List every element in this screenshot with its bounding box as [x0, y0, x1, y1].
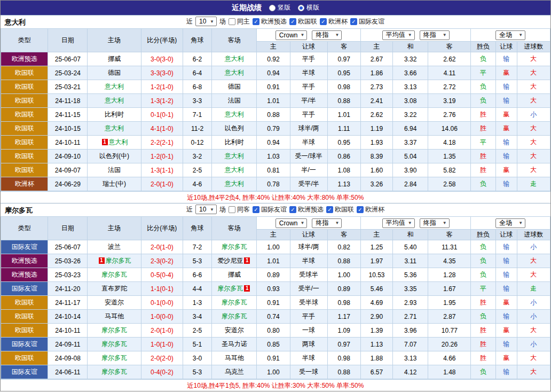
checkbox-icon[interactable]: ✓	[320, 18, 327, 25]
odds-company-select[interactable]: Crown▼	[276, 30, 308, 40]
checkbox-icon[interactable]: ✓	[357, 206, 364, 213]
away-team-name[interactable]: 圣马力诺	[222, 340, 247, 348]
match-score[interactable]: 1-2(0-1)	[141, 150, 183, 163]
away-team-name[interactable]: 德国	[228, 83, 241, 90]
goals-result-cell: 小	[517, 240, 550, 254]
scope-select[interactable]: 全场▼	[495, 30, 525, 40]
away-team-name[interactable]: 意大利	[225, 69, 244, 76]
layout-option-horizontal[interactable]: 横版	[298, 3, 319, 12]
avg-draw-odds: 4.12	[393, 365, 428, 379]
match-score[interactable]: 1-0(1-0)	[141, 338, 183, 351]
match-score[interactable]: 0-1(0-0)	[141, 296, 183, 310]
away-team-name[interactable]: 摩尔多瓦	[222, 243, 247, 250]
checkbox-icon[interactable]: ✓	[326, 206, 333, 213]
away-team-name[interactable]: 意大利	[225, 152, 244, 160]
radio-icon-vertical[interactable]	[269, 5, 276, 11]
home-team-name[interactable]: 波兰	[108, 243, 121, 250]
match-score[interactable]: 3-0(3-0)	[141, 52, 183, 66]
away-team-name[interactable]: 摩尔多瓦	[217, 285, 243, 292]
competition-filter[interactable]: ✓国际友谊	[350, 17, 384, 26]
home-team-name[interactable]: 摩尔多瓦	[101, 340, 127, 348]
match-score[interactable]: 1-3(1-1)	[141, 163, 183, 177]
match-score[interactable]: 0-4(0-2)	[141, 365, 183, 379]
checkbox-icon[interactable]	[229, 18, 235, 25]
home-team-cell: 1意大利	[88, 136, 141, 150]
match-score[interactable]: 1-1(0-1)	[141, 282, 183, 296]
competition-filter[interactable]: ✓欧洲杯	[320, 17, 348, 26]
odds-time-select[interactable]: 终指▼	[312, 30, 342, 40]
home-team-name[interactable]: 意大利	[105, 83, 124, 90]
checkbox-icon[interactable]	[229, 206, 235, 213]
match-score[interactable]: 1-3(1-2)	[141, 94, 183, 108]
match-score[interactable]: 2-3(0-2)	[141, 254, 183, 268]
away-team-name[interactable]: 摩尔多瓦	[222, 312, 247, 320]
checkbox-icon[interactable]: ✓	[253, 206, 259, 213]
away-team-name[interactable]: 乌克兰	[225, 368, 244, 375]
home-team-name[interactable]: 意大利	[105, 97, 124, 104]
radio-icon-horizontal[interactable]	[298, 5, 304, 11]
same-venue-filter[interactable]: 同客	[229, 205, 250, 214]
away-team-name[interactable]: 以色列	[225, 124, 244, 132]
layout-option-vertical[interactable]: 竖版	[269, 3, 290, 12]
away-team-name[interactable]: 意大利	[225, 180, 244, 187]
competition-filter[interactable]: ✓欧洲杯	[357, 205, 384, 214]
home-team-name[interactable]: 摩尔多瓦	[106, 257, 131, 264]
competition-filter[interactable]: ✓欧国联	[289, 17, 317, 26]
match-score[interactable]: 1-0(0-0)	[141, 310, 183, 324]
home-team-name[interactable]: 摩尔多瓦	[101, 354, 127, 362]
home-team-name[interactable]: 摩尔多瓦	[101, 271, 127, 278]
checkbox-icon[interactable]: ✓	[350, 18, 357, 25]
away-team-name[interactable]: 摩尔多瓦	[222, 299, 247, 306]
away-team-name[interactable]: 安道尔	[225, 326, 244, 334]
home-team-name[interactable]: 法国	[108, 166, 121, 174]
checkbox-icon[interactable]: ✓	[289, 206, 296, 213]
home-team-name[interactable]: 直布罗陀	[101, 285, 127, 292]
home-team-name[interactable]: 安道尔	[105, 299, 124, 306]
match-score[interactable]: 1-2(1-0)	[141, 80, 183, 94]
home-team-name[interactable]: 摩尔多瓦	[101, 326, 127, 334]
home-team-name[interactable]: 意大利	[105, 124, 124, 132]
home-team-name[interactable]: 挪威	[108, 55, 121, 62]
home-team-name[interactable]: 马耳他	[105, 312, 124, 320]
handicap-line: 球半/两	[290, 240, 327, 254]
competition-filter[interactable]: ✓欧洲预选	[289, 205, 324, 214]
away-team-name[interactable]: 意大利	[225, 55, 244, 62]
match-score[interactable]: 2-0(1-0)	[141, 324, 183, 338]
away-team-name[interactable]: 意大利	[225, 166, 244, 174]
avg-time-select[interactable]: 终指▼	[420, 218, 450, 228]
home-team-name[interactable]: 德国	[108, 69, 121, 76]
home-team-name[interactable]: 意大利	[109, 138, 128, 146]
match-score[interactable]: 2-0(1-0)	[141, 240, 183, 254]
checkbox-icon[interactable]: ✓	[289, 18, 296, 25]
away-team-name[interactable]: 意大利	[225, 111, 244, 118]
avg-time-select[interactable]: 终指▼	[420, 30, 450, 40]
home-team-name[interactable]: 摩尔多瓦	[101, 368, 127, 375]
match-count-select[interactable]: 10▼	[195, 205, 217, 214]
away-team-name[interactable]: 爱沙尼亚	[217, 257, 243, 264]
home-team-name[interactable]: 比利时	[105, 111, 124, 118]
away-team-name[interactable]: 马耳他	[225, 354, 244, 362]
competition-filter[interactable]: ✓国际友谊	[253, 205, 287, 214]
checkbox-icon[interactable]: ✓	[253, 18, 259, 25]
odds-time-select[interactable]: 终指▼	[312, 218, 342, 228]
away-team-name[interactable]: 挪威	[228, 271, 241, 278]
match-score[interactable]: 2-0(1-0)	[141, 177, 183, 191]
same-venue-filter[interactable]: 同主	[229, 17, 250, 26]
average-select[interactable]: 平均值▼	[382, 30, 415, 40]
match-score[interactable]: 0-1(0-1)	[141, 108, 183, 122]
scope-select[interactable]: 全场▼	[495, 218, 525, 228]
away-team-name[interactable]: 法国	[228, 97, 241, 104]
competition-filter[interactable]: ✓欧国联	[326, 205, 354, 214]
home-team-name[interactable]: 以色列(中)	[99, 152, 129, 160]
match-score[interactable]: 3-3(3-0)	[141, 66, 183, 80]
home-team-name[interactable]: 瑞士(中)	[103, 180, 126, 187]
match-count-select[interactable]: 10▼	[195, 17, 217, 26]
match-score[interactable]: 2-0(2-0)	[141, 351, 183, 365]
competition-filter[interactable]: ✓欧洲预选	[253, 17, 287, 26]
average-select[interactable]: 平均值▼	[382, 218, 415, 228]
away-team-name[interactable]: 比利时	[225, 138, 244, 146]
odds-company-select[interactable]: Crown▼	[276, 218, 308, 228]
match-score[interactable]: 2-2(2-1)	[141, 136, 183, 150]
match-score[interactable]: 4-1(1-0)	[141, 122, 183, 136]
match-score[interactable]: 0-5(0-4)	[141, 268, 183, 282]
